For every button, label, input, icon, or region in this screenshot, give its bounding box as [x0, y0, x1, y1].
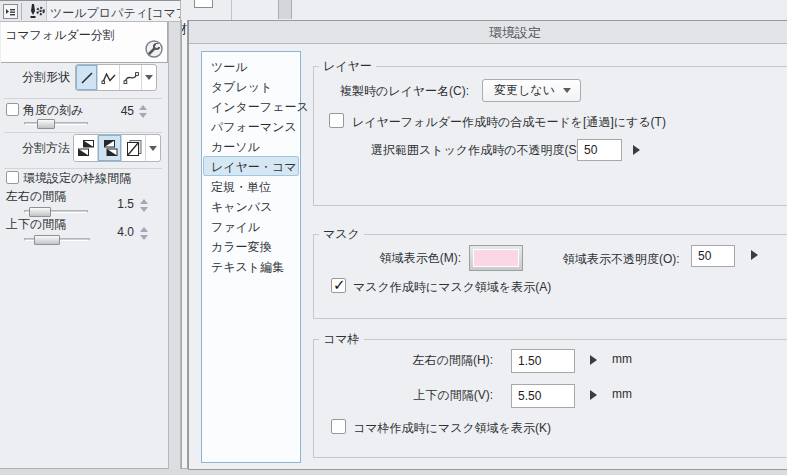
category-item-layer-frame[interactable]: レイヤー・コマ: [203, 156, 299, 176]
separator: [4, 98, 162, 99]
gap-h-value: 1.5: [110, 197, 134, 211]
angle-step-slider[interactable]: [24, 122, 88, 125]
pen-gear-icon: [25, 3, 47, 21]
dup-layer-name-label: 複製時のレイヤー名(C):: [329, 83, 469, 100]
category-item-ruler-unit[interactable]: 定規・単位: [203, 176, 299, 196]
split-method-label: 分割方法: [22, 140, 70, 157]
gap-h-slider[interactable]: [24, 210, 88, 213]
spin-up-icon[interactable]: [140, 227, 148, 232]
separator: [4, 132, 162, 133]
area-opacity-input[interactable]: [691, 245, 735, 267]
app-screenshot: ツールプロパティ[コマフォル コマフォルダー分割 分割形状 角度の刻: [0, 0, 787, 475]
preferences-dialog: 環境設定 ツール タブレット インターフェース パフォーマンス カーソル レイヤ…: [188, 20, 787, 470]
split-shape-curve-button[interactable]: [120, 65, 142, 90]
panel-scrollbar-gutter[interactable]: [168, 22, 180, 469]
frame-gap-h-step-arrow[interactable]: [590, 355, 597, 365]
pref-gap-label: 環境設定の枠線間隔: [23, 170, 131, 187]
spin-up-icon[interactable]: [140, 199, 148, 204]
frame-show-mask-checkbox[interactable]: [331, 419, 346, 434]
stock-opacity-label: 選択範囲ストック作成時の不透明度(S):: [371, 142, 584, 159]
angle-step-checkbox[interactable]: [6, 103, 19, 116]
gap-v-spinner[interactable]: [138, 227, 149, 240]
split-shape-line-button[interactable]: [76, 65, 98, 90]
split-shape-dropdown-arrow[interactable]: [142, 65, 156, 90]
category-item-cursor[interactable]: カーソル: [203, 136, 299, 156]
toolbar-fragment: [278, 0, 292, 19]
frame-gap-h-unit: mm: [612, 352, 632, 366]
dropdown-value: 変更しない: [494, 82, 555, 99]
chevron-down-icon: [149, 146, 157, 151]
category-item-file[interactable]: ファイル: [203, 216, 299, 236]
show-mask-on-create-checkbox[interactable]: [331, 278, 346, 293]
slider-handle[interactable]: [34, 235, 60, 245]
slider-handle[interactable]: [37, 119, 55, 129]
dup-layer-name-dropdown[interactable]: 変更しない: [482, 79, 581, 102]
split-method-1-button[interactable]: [74, 135, 98, 161]
background-toolbar: [181, 0, 787, 20]
gap-v-label: 上下の間隔: [6, 216, 66, 233]
frame-show-mask-label: コマ枠作成時にマスク領域を表示(K): [353, 420, 551, 437]
layer-group-legend: レイヤー: [319, 58, 376, 75]
spin-down-icon[interactable]: [140, 207, 148, 212]
frame-gap-v-input[interactable]: [511, 384, 575, 408]
split-method-dropdown-arrow[interactable]: [146, 135, 160, 161]
spin-down-icon[interactable]: [140, 235, 148, 240]
frame-gap-h-input[interactable]: [511, 349, 575, 373]
frame-gap-v-step-arrow[interactable]: [590, 390, 597, 400]
mask-group-legend: マスク: [319, 226, 364, 243]
category-item-color-conversion[interactable]: カラー変換: [203, 236, 299, 256]
gap-h-label: 左右の間隔: [6, 188, 66, 205]
folder-blend-checkbox[interactable]: [329, 113, 344, 128]
split-method-3-button[interactable]: [122, 135, 146, 161]
color-swatch-fill: [473, 249, 519, 267]
mask-area-color-swatch[interactable]: [469, 245, 523, 271]
stock-opacity-input[interactable]: [577, 139, 622, 161]
panel-title: ツールプロパティ[コマフォル: [50, 5, 180, 22]
angle-step-value: 45: [110, 104, 134, 118]
angle-step-label: 角度の刻み: [23, 102, 84, 119]
split-shape-label: 分割形状: [22, 69, 70, 86]
split-shape-polyline-button[interactable]: [98, 65, 120, 90]
angle-step-spinner[interactable]: [137, 105, 148, 118]
chevron-down-icon: [563, 88, 571, 93]
tool-property-titlebar: ツールプロパティ[コマフォル: [0, 1, 180, 22]
gap-v-value: 4.0: [110, 225, 134, 239]
background-palette-edge: 材: [181, 20, 188, 468]
pref-gap-checkbox[interactable]: [6, 171, 19, 184]
mask-group: マスク: [313, 226, 787, 319]
area-opacity-label: 領域表示不透明度(O):: [563, 251, 680, 268]
gap-v-slider[interactable]: [24, 238, 90, 241]
tool-property-panel: ツールプロパティ[コマフォル コマフォルダー分割 分割形状 角度の刻: [0, 0, 181, 468]
clipped-kanji: 材: [181, 21, 187, 38]
category-item-tool[interactable]: ツール: [203, 56, 299, 76]
category-list: ツール タブレット インターフェース パフォーマンス カーソル レイヤー・コマ …: [201, 51, 301, 463]
wrench-settings-icon[interactable]: [144, 39, 164, 59]
category-item-text-edit[interactable]: テキスト編集: [203, 256, 299, 276]
dialog-title: 環境設定: [489, 25, 541, 40]
spin-up-icon[interactable]: [139, 105, 147, 110]
frame-gap-v-unit: mm: [612, 387, 632, 401]
subtool-name: コマフォルダー分割: [5, 27, 115, 44]
titlebar-separator: [21, 3, 22, 20]
chevron-down-icon: [145, 75, 153, 80]
dialog-titlebar[interactable]: 環境設定: [189, 21, 787, 44]
area-color-label: 領域表示色(M):: [321, 250, 461, 267]
palette-menu-icon[interactable]: [3, 4, 18, 19]
category-item-performance[interactable]: パフォーマンス: [203, 116, 299, 136]
folder-blend-label: レイヤーフォルダー作成時の合成モードを[通過]にする(T): [352, 114, 666, 131]
gap-h-spinner[interactable]: [138, 199, 149, 212]
frame-gap-h-label: 左右の間隔(H):: [353, 352, 493, 369]
category-item-canvas[interactable]: キャンバス: [203, 196, 299, 216]
split-method-button-group: [73, 134, 161, 162]
area-opacity-step-arrow[interactable]: [751, 250, 758, 260]
category-item-tablet[interactable]: タブレット: [203, 76, 299, 96]
toolbar-divider: [231, 0, 232, 20]
page-icon: [194, 0, 213, 8]
split-method-2-button[interactable]: [98, 135, 122, 161]
stock-opacity-step-arrow[interactable]: [633, 145, 640, 155]
split-shape-button-group: [75, 64, 157, 91]
frame-gap-v-label: 上下の間隔(V):: [353, 387, 493, 404]
subtool-header: コマフォルダー分割: [1, 22, 168, 63]
spin-down-icon[interactable]: [139, 113, 147, 118]
category-item-interface[interactable]: インターフェース: [203, 96, 299, 116]
